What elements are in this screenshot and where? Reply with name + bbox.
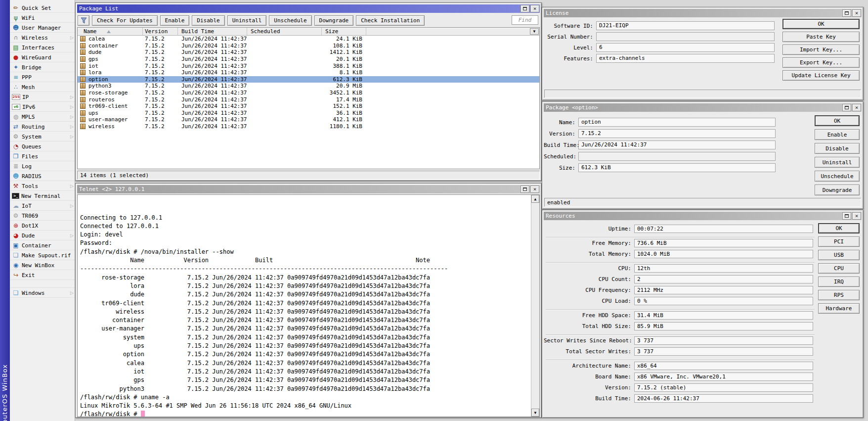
sidebar-item-make-supout-rif[interactable]: ❏Make Supout.rif — [10, 250, 75, 260]
serial-number-field[interactable] — [596, 32, 775, 41]
total-sector-writes-field[interactable]: 3 737 — [634, 347, 813, 356]
sidebar-item-mesh[interactable]: ∴Mesh — [10, 82, 75, 92]
resources-titlebar[interactable]: Resources × — [544, 212, 862, 220]
cpu-button[interactable]: CPU — [818, 263, 860, 274]
table-row-calea[interactable]: calea7.15.2Jun/26/2024 11:42:3724.1 KiB — [78, 36, 539, 43]
name-field[interactable]: option — [578, 118, 776, 127]
close-icon[interactable]: × — [852, 9, 861, 17]
ok-button[interactable]: OK — [782, 19, 860, 29]
sidebar-item-files[interactable]: ❐Files — [10, 151, 75, 161]
total-hdd-size-field[interactable]: 85.9 MiB — [634, 322, 813, 330]
table-row-rose-storage[interactable]: rose-storage7.15.2Jun/26/2024 11:42:3734… — [78, 90, 539, 96]
table-row-iot[interactable]: iot7.15.2Jun/26/2024 11:42:37388.1 KiB — [78, 62, 539, 69]
rps-button[interactable]: RPS — [818, 290, 860, 300]
sidebar-item-new-terminal[interactable]: >_New Terminal — [10, 191, 75, 201]
size-field[interactable]: 612.3 KiB — [578, 163, 776, 172]
ok-button[interactable]: OK — [818, 223, 860, 234]
architecture-name-field[interactable]: x86_64 — [634, 362, 813, 370]
scroll-down-icon[interactable]: ▼ — [531, 409, 539, 417]
table-row-tr069-client[interactable]: tr069-client7.15.2Jun/26/2024 11:42:3715… — [78, 103, 539, 110]
sidebar-item-quick-set[interactable]: ✏Quick Set — [10, 3, 75, 13]
column-header-scheduled[interactable]: Scheduled — [247, 28, 322, 35]
table-row-wireless[interactable]: wireless7.15.2Jun/26/2024 11:42:371180.1… — [78, 123, 539, 130]
maximize-button[interactable] — [842, 104, 851, 111]
sidebar-item-wireless[interactable]: ∩Wireless▷ — [10, 33, 75, 43]
close-icon[interactable]: × — [530, 186, 539, 193]
sidebar-item-ip[interactable]: 255IP▷ — [10, 92, 75, 102]
uninstall-button[interactable]: Uninstall — [227, 15, 267, 26]
cpu-frequency-field[interactable]: 2112 MHz — [634, 286, 813, 294]
table-row-dude[interactable]: dude7.15.2Jun/26/2024 11:42:371412.1 KiB — [78, 49, 539, 56]
sidebar-item-tr069[interactable]: ⚙TR069 — [10, 211, 75, 221]
cpu-count-field[interactable]: 2 — [634, 275, 813, 283]
usb-button[interactable]: USB — [818, 250, 860, 260]
sidebar-item-wireguard[interactable]: ●WireGuard — [10, 52, 75, 62]
sidebar-item-exit[interactable]: ↪Exit — [10, 270, 75, 280]
sidebar-item-interfaces[interactable]: ▤Interfaces — [10, 43, 75, 52]
sidebar-item-ipv6[interactable]: v6IPv6▷ — [10, 102, 75, 112]
enable-button[interactable]: Enable — [815, 129, 860, 140]
sidebar-item-system[interactable]: ⚙System▷ — [10, 132, 75, 141]
free-hdd-space-field[interactable]: 31.4 MiB — [634, 311, 813, 320]
export-key-button[interactable]: Export Key... — [782, 57, 860, 68]
sidebar-item-bridge[interactable]: ✦Bridge — [10, 62, 75, 72]
find-box[interactable]: Find — [512, 15, 538, 25]
table-row-ups[interactable]: ups7.15.2Jun/26/2024 11:42:3736.1 KiB — [78, 110, 539, 117]
sidebar-item-routing[interactable]: ⇄Routing▷ — [10, 122, 75, 132]
build-time-field[interactable]: Jun/26/2024 11:42:37 — [578, 140, 776, 149]
version-field[interactable]: 7.15.2 — [578, 129, 776, 138]
sidebar-item-iot[interactable]: ☁IoT▷ — [10, 201, 75, 211]
downgrade-button[interactable]: Downgrade — [815, 185, 860, 195]
board-name-field[interactable]: x86 VMware, Inc. VMware20,1 — [634, 373, 813, 381]
terminal-scrollbar[interactable]: ▲ ▼ — [531, 195, 539, 417]
pci-button[interactable]: PCI — [818, 236, 860, 247]
unschedule-button[interactable]: Unschedule — [269, 15, 311, 26]
sidebar-item-new-winbox[interactable]: ◉New WinBox — [10, 260, 75, 270]
sidebar-item-windows[interactable]: ❏Windows▷ — [10, 288, 75, 298]
uptime-field[interactable]: 00:07:22 — [634, 225, 813, 233]
maximize-button[interactable] — [842, 212, 851, 220]
cpu-field[interactable]: 12th — [634, 264, 813, 273]
close-icon[interactable]: × — [852, 104, 861, 111]
table-row-option[interactable]: option7.15.2Jun/26/2024 11:42:37612.3 Ki… — [78, 76, 539, 83]
sidebar-item-log[interactable]: ≣Log — [10, 161, 75, 171]
sidebar-item-dude[interactable]: ◕Dude▷ — [10, 231, 75, 240]
table-row-lora[interactable]: lora7.15.2Jun/26/2024 11:42:378.1 KiB — [78, 69, 539, 76]
downgrade-button[interactable]: Downgrade — [314, 15, 354, 26]
column-header-version[interactable]: Version — [143, 28, 178, 35]
column-header-build-time[interactable]: Build Time — [178, 28, 247, 35]
table-row-container[interactable]: container7.15.2Jun/26/2024 11:42:37108.1… — [78, 43, 539, 49]
software-id-field[interactable]: DJ21-EIQP — [596, 21, 775, 30]
terminal-area[interactable]: Connecting to 127.0.0.1Connected to 127.… — [77, 194, 540, 417]
sidebar-item-mpls[interactable]: ◍MPLS▷ — [10, 112, 75, 122]
disable-button[interactable]: Disable — [192, 15, 224, 26]
package-option-titlebar[interactable]: Package <option> × — [544, 103, 862, 112]
enable-button[interactable]: Enable — [160, 15, 190, 26]
update-license-key-button[interactable]: Update License Key — [782, 70, 860, 81]
column-header-name[interactable]: Name — [78, 28, 143, 35]
uninstall-button[interactable]: Uninstall — [815, 157, 860, 168]
ok-button[interactable]: OK — [815, 115, 860, 126]
table-row-routeros[interactable]: routeros7.15.2Jun/26/2024 11:42:3717.4 M… — [78, 96, 539, 103]
package-list-titlebar[interactable]: Package List × — [77, 4, 540, 13]
sidebar-item-radius[interactable]: ☻RADIUS — [10, 171, 75, 181]
sidebar-item-container[interactable]: ▣Container — [10, 240, 75, 250]
sidebar-item-tools[interactable]: ⚒Tools▷ — [10, 181, 75, 191]
table-row-user-manager[interactable]: user-manager7.15.2Jun/26/2024 11:42:3741… — [78, 116, 539, 123]
column-menu-button[interactable]: ▼ — [530, 28, 539, 35]
total-memory-field[interactable]: 1024.0 MiB — [634, 250, 813, 258]
telnet-titlebar[interactable]: Telnet <2> 127.0.0.1 × — [77, 185, 540, 193]
cpu-load-field[interactable]: 0 % — [634, 297, 813, 305]
unschedule-button[interactable]: Unschedule — [815, 171, 860, 182]
scheduled-field[interactable] — [578, 152, 776, 161]
check-for-updates-button[interactable]: Check For Updates — [92, 15, 158, 26]
level-field[interactable]: 6 — [596, 43, 775, 52]
check-installation-button[interactable]: Check Installation — [356, 15, 425, 26]
filter-button[interactable] — [78, 15, 89, 26]
irq-button[interactable]: IRQ — [818, 277, 860, 287]
sidebar-item-ppp[interactable]: ≡PPP — [10, 72, 75, 82]
disable-button[interactable]: Disable — [815, 143, 860, 154]
build-time-field[interactable]: 2024-06-26 11:42:37 — [634, 394, 813, 403]
table-row-gps[interactable]: gps7.15.2Jun/26/2024 11:42:3720.1 KiB — [78, 56, 539, 63]
sidebar-item-dot1x[interactable]: ⊕Dot1X — [10, 221, 75, 231]
